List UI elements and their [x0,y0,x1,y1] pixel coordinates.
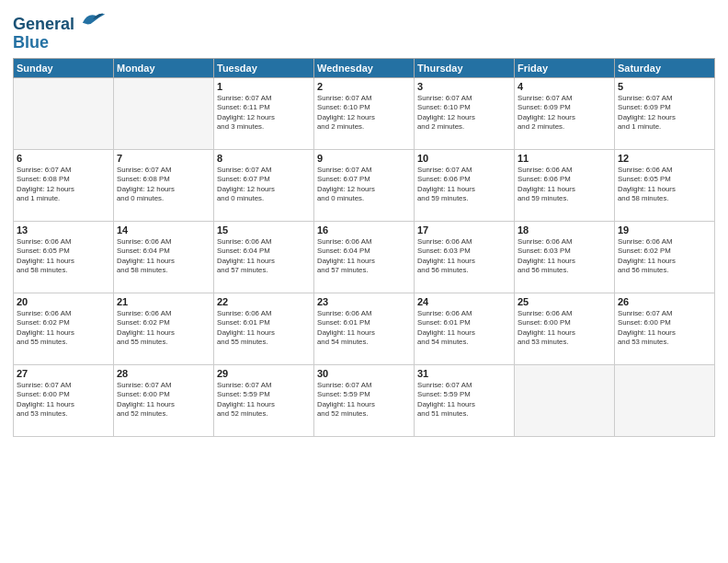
day-number: 8 [217,153,311,164]
calendar-day: 9Sunrise: 6:07 AM Sunset: 6:07 PM Daylig… [314,149,415,221]
calendar-day: 29Sunrise: 6:07 AM Sunset: 5:59 PM Dayli… [214,364,314,436]
day-number: 10 [417,153,511,164]
day-number: 17 [417,224,511,236]
day-info: Sunrise: 6:06 AM Sunset: 6:01 PM Dayligh… [317,309,411,348]
header-day: Monday [114,58,214,77]
day-info: Sunrise: 6:07 AM Sunset: 6:10 PM Dayligh… [417,94,511,132]
day-number: 5 [618,81,711,92]
calendar-week-row: 20Sunrise: 6:06 AM Sunset: 6:02 PM Dayli… [14,293,715,364]
header-day: Saturday [615,58,715,77]
logo: General Blue [13,13,107,52]
day-number: 2 [317,81,411,92]
calendar-day: 15Sunrise: 6:06 AM Sunset: 6:04 PM Dayli… [214,221,314,293]
logo-blue: Blue [13,34,107,52]
day-info: Sunrise: 6:07 AM Sunset: 6:09 PM Dayligh… [518,94,611,132]
calendar-day: 24Sunrise: 6:06 AM Sunset: 6:01 PM Dayli… [415,293,515,364]
calendar-day: 2Sunrise: 6:07 AM Sunset: 6:10 PM Daylig… [314,77,415,149]
day-info: Sunrise: 6:06 AM Sunset: 6:04 PM Dayligh… [117,237,210,276]
calendar-day: 19Sunrise: 6:06 AM Sunset: 6:02 PM Dayli… [615,221,715,293]
calendar-day: 30Sunrise: 6:07 AM Sunset: 5:59 PM Dayli… [314,364,415,436]
day-number: 18 [518,224,611,236]
day-number: 14 [117,224,210,236]
calendar-day: 8Sunrise: 6:07 AM Sunset: 6:07 PM Daylig… [214,149,314,221]
calendar-day: 18Sunrise: 6:06 AM Sunset: 6:03 PM Dayli… [515,221,615,293]
day-number: 23 [317,296,411,307]
day-info: Sunrise: 6:06 AM Sunset: 6:04 PM Dayligh… [317,237,411,276]
day-number: 26 [618,296,711,307]
calendar-week-row: 27Sunrise: 6:07 AM Sunset: 6:00 PM Dayli… [14,364,715,436]
day-number: 24 [417,296,511,307]
day-number: 28 [117,368,210,379]
calendar-day [114,77,214,149]
logo-general: General [13,15,74,33]
day-number: 7 [117,153,210,164]
logo-bird-icon [81,9,107,29]
day-info: Sunrise: 6:07 AM Sunset: 5:59 PM Dayligh… [417,381,511,419]
day-number: 29 [217,368,311,379]
calendar-day: 26Sunrise: 6:07 AM Sunset: 6:00 PM Dayli… [615,293,715,364]
calendar-day: 27Sunrise: 6:07 AM Sunset: 6:00 PM Dayli… [14,364,114,436]
header-row: SundayMondayTuesdayWednesdayThursdayFrid… [14,58,715,77]
day-info: Sunrise: 6:07 AM Sunset: 6:07 PM Dayligh… [317,166,411,204]
day-info: Sunrise: 6:07 AM Sunset: 6:09 PM Dayligh… [618,94,711,132]
calendar-day: 21Sunrise: 6:06 AM Sunset: 6:02 PM Dayli… [114,293,214,364]
calendar-week-row: 6Sunrise: 6:07 AM Sunset: 6:08 PM Daylig… [14,149,715,221]
calendar-day: 17Sunrise: 6:06 AM Sunset: 6:03 PM Dayli… [415,221,515,293]
calendar-day: 31Sunrise: 6:07 AM Sunset: 5:59 PM Dayli… [415,364,515,436]
day-info: Sunrise: 6:06 AM Sunset: 6:00 PM Dayligh… [518,309,611,348]
day-info: Sunrise: 6:07 AM Sunset: 6:07 PM Dayligh… [217,166,311,204]
calendar-day: 23Sunrise: 6:06 AM Sunset: 6:01 PM Dayli… [314,293,415,364]
day-number: 1 [217,81,311,92]
calendar-day: 22Sunrise: 6:06 AM Sunset: 6:01 PM Dayli… [214,293,314,364]
day-info: Sunrise: 6:07 AM Sunset: 6:10 PM Dayligh… [317,94,411,132]
day-number: 11 [518,153,611,164]
page-container: General Blue SundayMondayTuesdayWednesda… [0,0,728,444]
day-number: 16 [317,224,411,236]
calendar-day: 28Sunrise: 6:07 AM Sunset: 6:00 PM Dayli… [114,364,214,436]
day-info: Sunrise: 6:06 AM Sunset: 6:01 PM Dayligh… [417,309,511,348]
header-day: Sunday [14,58,114,77]
day-info: Sunrise: 6:07 AM Sunset: 6:08 PM Dayligh… [17,166,110,204]
day-info: Sunrise: 6:07 AM Sunset: 5:59 PM Dayligh… [217,381,311,419]
calendar-day: 7Sunrise: 6:07 AM Sunset: 6:08 PM Daylig… [114,149,214,221]
calendar-day [515,364,615,436]
day-number: 19 [618,224,711,236]
day-number: 25 [518,296,611,307]
calendar-day: 25Sunrise: 6:06 AM Sunset: 6:00 PM Dayli… [515,293,615,364]
day-info: Sunrise: 6:06 AM Sunset: 6:04 PM Dayligh… [217,237,311,276]
day-number: 13 [17,224,110,236]
day-info: Sunrise: 6:06 AM Sunset: 6:03 PM Dayligh… [417,237,511,276]
calendar-day: 14Sunrise: 6:06 AM Sunset: 6:04 PM Dayli… [114,221,214,293]
day-number: 9 [317,153,411,164]
calendar-day: 13Sunrise: 6:06 AM Sunset: 6:05 PM Dayli… [14,221,114,293]
calendar-table: SundayMondayTuesdayWednesdayThursdayFrid… [13,58,715,437]
calendar-day: 6Sunrise: 6:07 AM Sunset: 6:08 PM Daylig… [14,149,114,221]
day-info: Sunrise: 6:06 AM Sunset: 6:01 PM Dayligh… [217,309,311,348]
calendar-day: 12Sunrise: 6:06 AM Sunset: 6:05 PM Dayli… [615,149,715,221]
day-info: Sunrise: 6:07 AM Sunset: 6:11 PM Dayligh… [217,94,311,132]
day-number: 20 [17,296,110,307]
logo-text: General [13,13,107,34]
day-info: Sunrise: 6:07 AM Sunset: 5:59 PM Dayligh… [317,381,411,419]
calendar-day: 5Sunrise: 6:07 AM Sunset: 6:09 PM Daylig… [615,77,715,149]
day-info: Sunrise: 6:07 AM Sunset: 6:00 PM Dayligh… [618,309,711,348]
day-info: Sunrise: 6:06 AM Sunset: 6:02 PM Dayligh… [117,309,210,348]
day-number: 31 [417,368,511,379]
day-info: Sunrise: 6:06 AM Sunset: 6:03 PM Dayligh… [518,237,611,276]
calendar-day [14,77,114,149]
day-number: 22 [217,296,311,307]
day-number: 4 [518,81,611,92]
day-info: Sunrise: 6:06 AM Sunset: 6:05 PM Dayligh… [618,166,711,204]
day-info: Sunrise: 6:07 AM Sunset: 6:00 PM Dayligh… [17,381,110,419]
calendar-day: 11Sunrise: 6:06 AM Sunset: 6:06 PM Dayli… [515,149,615,221]
header-day: Friday [515,58,615,77]
day-number: 6 [17,153,110,164]
day-number: 12 [618,153,711,164]
header: General Blue [13,9,715,52]
day-number: 3 [417,81,511,92]
calendar-day: 1Sunrise: 6:07 AM Sunset: 6:11 PM Daylig… [214,77,314,149]
calendar-day: 3Sunrise: 6:07 AM Sunset: 6:10 PM Daylig… [415,77,515,149]
day-info: Sunrise: 6:07 AM Sunset: 6:06 PM Dayligh… [417,166,511,204]
calendar-week-row: 1Sunrise: 6:07 AM Sunset: 6:11 PM Daylig… [14,77,715,149]
calendar-day: 4Sunrise: 6:07 AM Sunset: 6:09 PM Daylig… [515,77,615,149]
